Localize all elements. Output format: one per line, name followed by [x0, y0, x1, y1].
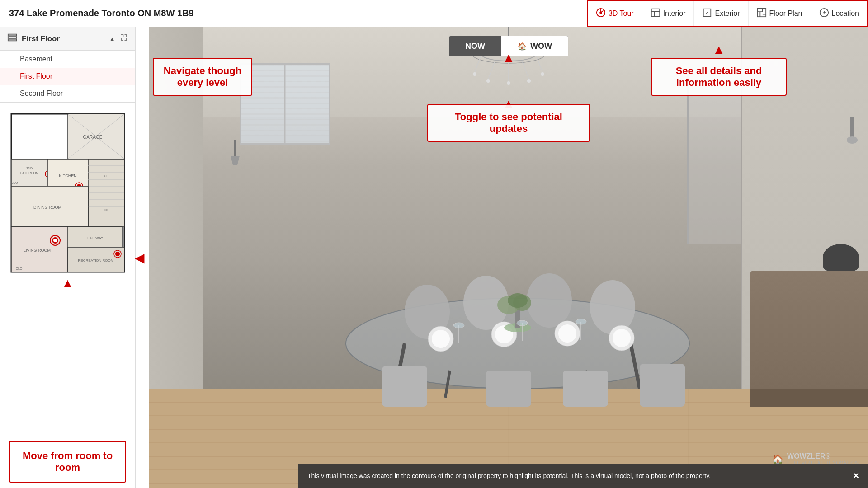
svg-text:2ND: 2ND: [26, 167, 32, 170]
svg-rect-2: [651, 9, 659, 16]
svg-point-45: [115, 252, 120, 256]
svg-line-56: [536, 54, 542, 72]
svg-point-58: [486, 79, 490, 83]
window: [240, 63, 330, 145]
floorplan-svg: GARAGE 2ND BATHROOM KITCHEN UP: [9, 112, 127, 274]
wowzler-house-icon: 🏠: [772, 454, 783, 465]
floor-selector-left: First Floor: [7, 33, 60, 45]
svg-rect-105: [234, 140, 236, 156]
svg-text:UP: UP: [104, 174, 108, 178]
svg-rect-85: [640, 364, 685, 407]
floor-item-first[interactable]: First Floor: [0, 68, 135, 85]
svg-point-80: [527, 273, 572, 328]
nav-item-3dtour[interactable]: 3D Tour: [588, 1, 642, 26]
navigate-callout: Navigate though every level: [153, 58, 252, 96]
notification-text: This virtual image was created in the co…: [307, 472, 711, 479]
svg-text:GARAGE: GARAGE: [83, 135, 102, 140]
svg-point-100: [453, 323, 464, 328]
svg-line-52: [475, 54, 481, 72]
svg-text:RECREATION ROOM: RECREATION ROOM: [78, 258, 113, 263]
nav-label-interior: Interior: [663, 9, 686, 18]
svg-point-61: [541, 72, 544, 76]
arrow-up-toggle: ▲: [502, 51, 515, 65]
svg-point-104: [576, 319, 586, 324]
nav-label-3dtour: 3D Tour: [609, 9, 634, 18]
svg-rect-4: [757, 8, 765, 16]
svg-text:CLO: CLO: [16, 267, 23, 270]
svg-rect-84: [563, 371, 608, 407]
svg-text:CLO: CLO: [11, 181, 18, 184]
floor-item-second[interactable]: Second Floor: [0, 85, 135, 102]
svg-text:BATHROOM: BATHROOM: [20, 171, 38, 174]
svg-point-6: [824, 12, 825, 13]
svg-point-60: [527, 79, 531, 83]
nav-label-exterior: Exterior: [715, 9, 740, 18]
notification-bar: This virtual image was created in the co…: [298, 464, 868, 488]
close-notification-button[interactable]: ×: [853, 470, 859, 482]
svg-rect-7: [8, 34, 16, 36]
svg-rect-8: [8, 37, 16, 38]
dropdown-arrow-icon: ▲: [109, 35, 115, 42]
room-photo: [149, 27, 868, 488]
dining-table-area: [285, 217, 750, 407]
svg-point-93: [613, 329, 631, 347]
svg-point-59: [507, 81, 510, 85]
floors-icon: [7, 33, 17, 45]
svg-text:HALLWAY: HALLWAY: [86, 236, 103, 240]
wow-icon: 🏠: [518, 42, 527, 51]
expand-icon: [120, 33, 128, 44]
floor-item-basement[interactable]: Basement: [0, 51, 135, 68]
svg-point-87: [432, 330, 450, 348]
toggle-callout: Toggle to see potential updates: [427, 104, 590, 142]
top-navigation: 3D Tour Interior Exterior: [587, 0, 868, 27]
svg-line-53: [488, 61, 495, 79]
3dtour-icon: [596, 8, 606, 20]
svg-line-55: [522, 61, 529, 79]
wall-sconce: [845, 117, 859, 154]
svg-text:DN: DN: [104, 208, 108, 211]
svg-point-42: [53, 239, 57, 242]
nav-label-location: Location: [832, 9, 859, 18]
nav-item-exterior[interactable]: Exterior: [694, 1, 748, 26]
sidebar: First Floor ▲ Basement First Floor Secon…: [0, 27, 136, 488]
floor-selector-dropdown[interactable]: First Floor ▲: [0, 27, 135, 51]
main-viewport: NOW 🏠 WOW ▲ Navigate though every level …: [149, 27, 868, 488]
svg-point-1: [600, 12, 602, 14]
nav-item-location[interactable]: Location: [811, 1, 868, 26]
arrow-up-details: ▲: [712, 42, 725, 57]
nav-label-floorplan: Floor Plan: [769, 9, 802, 18]
floor-list: Basement First Floor Second Floor: [0, 51, 135, 103]
arrow-left-icon[interactable]: ◀: [135, 250, 145, 265]
now-button[interactable]: NOW: [449, 36, 501, 56]
nav-item-interior[interactable]: Interior: [642, 1, 694, 26]
exterior-icon: [702, 8, 712, 20]
svg-rect-82: [382, 366, 427, 407]
left-nav-arrow[interactable]: ◀: [135, 27, 145, 488]
address: 374 Lake Promenade Toronto ON M8W 1B9: [9, 8, 194, 19]
svg-text:KITCHEN: KITCHEN: [59, 174, 77, 178]
svg-rect-9: [8, 39, 16, 41]
svg-point-98: [508, 293, 528, 308]
floorplan-navigate-arrow[interactable]: ▲: [62, 276, 74, 290]
interior-icon: [651, 8, 660, 20]
sideboard-base: [750, 389, 868, 407]
location-icon: [819, 8, 829, 20]
window-divider: [284, 65, 286, 143]
move-callout: Move from room to room: [9, 441, 126, 483]
svg-point-91: [558, 324, 576, 343]
decor-object: [823, 244, 859, 271]
svg-point-102: [517, 320, 528, 326]
sideboard: [750, 271, 868, 407]
svg-point-57: [473, 72, 476, 76]
nav-item-floorplan[interactable]: Floor Plan: [749, 1, 811, 26]
doorway: [687, 72, 741, 244]
details-callout: ▲ See all details and information easily: [651, 58, 787, 96]
floorplan-icon: [757, 8, 767, 20]
svg-point-63: [847, 136, 858, 144]
svg-text:DINING ROOM: DINING ROOM: [33, 205, 61, 210]
svg-text:LIVING ROOM: LIVING ROOM: [23, 248, 50, 253]
svg-rect-83: [486, 371, 531, 407]
floorplan-map: GARAGE 2ND BATHROOM KITCHEN UP: [0, 103, 135, 436]
svg-point-81: [590, 280, 635, 334]
svg-marker-106: [231, 156, 240, 165]
